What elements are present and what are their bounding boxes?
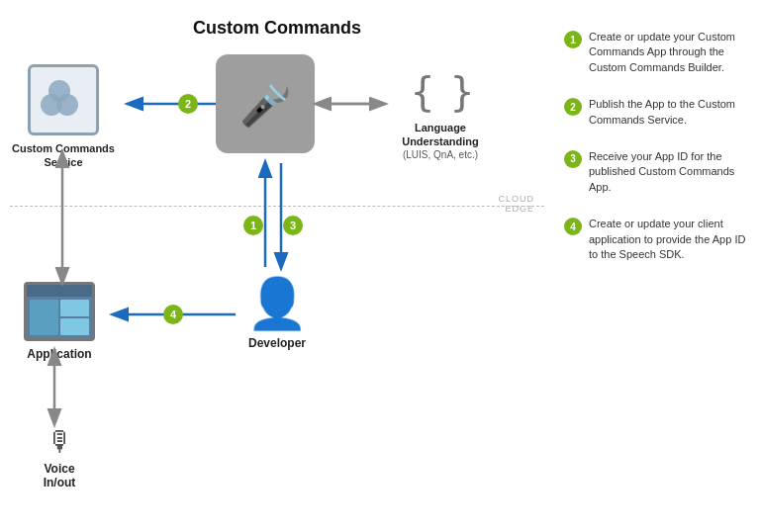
mic-icon: 🎤: [239, 80, 291, 129]
step-item-2: 2 Publish the App to the Custom Commands…: [564, 97, 747, 128]
app-topbar: [27, 285, 92, 297]
voice-label: VoiceIn/out: [20, 462, 99, 489]
app-grid: [27, 297, 92, 338]
diagram-area: Custom Commands CLOUD EDGE Custom Comman…: [0, 0, 554, 532]
app-grid-tr: [60, 300, 89, 316]
badge-2-circle: [178, 94, 198, 114]
step-text-4: Create or update your client application…: [589, 217, 747, 262]
step-text-1: Create or update your Custom Commands Ap…: [589, 30, 747, 75]
app-label: Application: [20, 347, 99, 361]
app-icon: [24, 282, 95, 341]
ccs-circles-graphic: [41, 80, 86, 120]
custom-commands-service-box: Custom CommandsService: [9, 64, 118, 170]
step-badge-4: 4: [564, 218, 582, 235]
step-item-1: 1 Create or update your Custom Commands …: [564, 30, 747, 75]
step-item-4: 4 Create or update your client applicati…: [564, 217, 747, 262]
step-badge-2: 2: [564, 98, 582, 116]
step-text-3: Receive your App ID for the published Cu…: [589, 149, 747, 195]
badge-4-text: 4: [170, 309, 177, 320]
badge-3-circle: [283, 216, 303, 235]
badge-1-circle: [243, 216, 263, 235]
voice-icon: 🎙: [20, 425, 99, 458]
step-badge-1: 1: [564, 31, 582, 48]
badge-1-text: 1: [250, 220, 256, 231]
developer-box: 👤 Developer: [238, 275, 317, 350]
badge-4-circle: [163, 305, 183, 324]
steps-panel: 1 Create or update your Custom Commands …: [564, 30, 747, 284]
step-text-2: Publish the App to the Custom Commands S…: [589, 97, 747, 128]
ccs-circle-bottom-right: [56, 94, 78, 116]
lu-icon: { }: [386, 69, 495, 115]
mic-box: 🎤: [216, 54, 315, 153]
app-grid-br: [60, 318, 89, 335]
badge-2-text: 2: [185, 98, 191, 110]
step-item-3: 3 Receive your App ID for the published …: [564, 149, 747, 195]
cloud-edge-divider: [10, 206, 544, 207]
lu-label: LanguageUnderstanding: [386, 121, 495, 149]
voice-box: 🎙 VoiceIn/out: [20, 425, 99, 489]
lu-sublabel: (LUIS, QnA, etc.): [386, 149, 495, 160]
application-box: Application: [20, 282, 99, 361]
cloud-edge-label: CLOUD EDGE: [498, 194, 534, 214]
developer-icon: 👤: [238, 275, 317, 332]
app-grid-left: [30, 300, 58, 335]
badge-3-text: 3: [290, 220, 296, 231]
developer-label: Developer: [238, 336, 317, 350]
ccs-label: Custom CommandsService: [9, 141, 118, 170]
step-badge-3: 3: [564, 150, 582, 168]
language-understanding-box: { } LanguageUnderstanding (LUIS, QnA, et…: [386, 69, 495, 160]
ccs-icon: [28, 64, 99, 135]
page-title: Custom Commands: [0, 18, 554, 39]
